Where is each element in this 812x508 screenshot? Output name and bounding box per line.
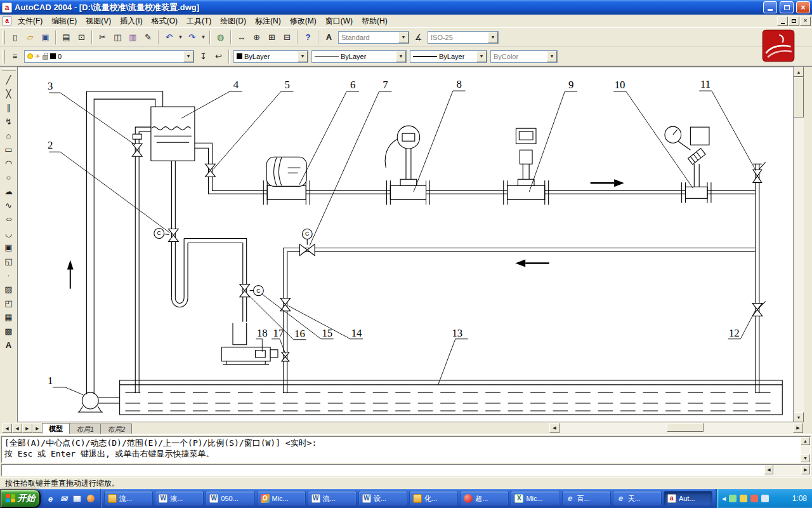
tab-model[interactable]: 模型: [42, 423, 70, 434]
previous-tab-button[interactable]: ◀: [12, 424, 22, 433]
scroll-down-button[interactable]: ▼: [794, 412, 804, 422]
plot-preview-button[interactable]: ⊡: [74, 30, 89, 44]
outlook-icon[interactable]: ✉: [58, 493, 69, 504]
plot-button[interactable]: ▤: [59, 30, 74, 44]
layer-previous-button[interactable]: ↩: [211, 50, 226, 64]
horizontal-scrollbar-track[interactable]: [560, 423, 793, 433]
zoom-window-button[interactable]: ⊞: [265, 30, 279, 44]
restore-button[interactable]: [780, 1, 794, 13]
task-button-active[interactable]: aAut...: [664, 491, 712, 506]
pan-button[interactable]: ↔: [234, 30, 249, 44]
toolbar-grip[interactable]: [2, 30, 5, 44]
rectangle-tool-button[interactable]: ▭: [1, 143, 16, 156]
toolbar-grip[interactable]: [2, 50, 5, 64]
vertical-scrollbar-track[interactable]: [794, 117, 804, 412]
region-tool-button[interactable]: ◰: [1, 297, 16, 310]
menu-view[interactable]: 视图(V): [81, 14, 115, 29]
vertical-scrollbar-thumb[interactable]: [794, 77, 804, 117]
table-tool-button[interactable]: ▦: [1, 311, 16, 324]
redo-button[interactable]: ↷: [185, 30, 199, 44]
copy-button[interactable]: ◫: [110, 30, 125, 44]
task-button[interactable]: e百...: [562, 491, 611, 506]
scroll-left-button[interactable]: ◀: [549, 423, 560, 433]
tray-icon[interactable]: [761, 495, 769, 502]
paste-button[interactable]: ▥: [126, 30, 140, 44]
menu-window[interactable]: 窗口(W): [321, 14, 357, 29]
ellipse-arc-tool-button[interactable]: ◡: [1, 227, 16, 240]
autocad-app-icon[interactable]: a: [2, 3, 12, 13]
scroll-up-button[interactable]: ▲: [801, 437, 810, 445]
show-desktop-icon[interactable]: [72, 493, 82, 504]
task-button[interactable]: W液...: [155, 491, 204, 506]
zoom-realtime-button[interactable]: ⊕: [249, 30, 264, 44]
plotstyle-combo[interactable]: ByColor ▼: [490, 50, 558, 63]
internet-explorer-icon[interactable]: e: [45, 493, 56, 504]
mdi-close-button[interactable]: ×: [800, 17, 811, 26]
lineweight-combo[interactable]: ByLayer ▼: [410, 50, 487, 63]
cut-button[interactable]: ✂: [95, 30, 110, 44]
scroll-up-button[interactable]: ▲: [794, 67, 804, 77]
circle-tool-button[interactable]: ○: [1, 171, 16, 184]
spline-tool-button[interactable]: ∿: [1, 199, 16, 212]
gradient-tool-button[interactable]: ▩: [1, 324, 16, 338]
chevron-down-icon[interactable]: ▼: [183, 51, 193, 62]
layer-on-bulb-icon[interactable]: [27, 53, 33, 59]
menu-format[interactable]: 格式(O): [147, 14, 182, 29]
layer-thaw-sun-icon[interactable]: ☀: [35, 53, 41, 60]
hatch-tool-button[interactable]: ▨: [1, 283, 16, 296]
multiline-text-tool-button[interactable]: A: [1, 338, 16, 352]
chevron-down-icon[interactable]: ▼: [488, 32, 498, 43]
polygon-tool-button[interactable]: ⌂: [1, 129, 16, 142]
menu-edit[interactable]: 编辑(E): [47, 14, 81, 29]
construction-line-tool-button[interactable]: ╳: [1, 87, 16, 100]
multiline-tool-button[interactable]: ∥: [1, 101, 16, 114]
next-tab-button[interactable]: ▶: [22, 424, 32, 433]
toolbar-grip[interactable]: [2, 68, 16, 71]
minimize-button[interactable]: [763, 1, 777, 13]
chevron-down-icon[interactable]: ▼: [398, 32, 409, 43]
make-object-layer-current-button[interactable]: ↧: [196, 50, 211, 64]
horizontal-scrollbar-thumb[interactable]: [667, 423, 704, 432]
task-button[interactable]: W流...: [308, 491, 357, 506]
menu-tools[interactable]: 工具(T): [182, 14, 216, 29]
undo-dropdown-button[interactable]: ▼: [177, 30, 184, 44]
match-properties-button[interactable]: ✎: [141, 30, 155, 44]
save-button[interactable]: ▣: [38, 30, 53, 44]
scroll-right-button[interactable]: ▶: [801, 465, 810, 474]
redo-dropdown-button[interactable]: ▼: [200, 30, 207, 44]
command-scrollbar-track[interactable]: [801, 445, 810, 454]
last-tab-button[interactable]: ▶: [32, 424, 43, 433]
first-tab-button[interactable]: ◀: [2, 424, 12, 433]
mdi-restore-button[interactable]: [789, 17, 799, 26]
tray-icon[interactable]: [740, 495, 747, 502]
make-block-tool-button[interactable]: ◱: [1, 255, 16, 268]
scroll-right-button[interactable]: ▶: [793, 423, 803, 433]
tab-layout2[interactable]: 布局2: [100, 424, 132, 434]
command-input-scrollbar-track[interactable]: [773, 465, 801, 476]
tray-icon[interactable]: [750, 495, 758, 502]
dim-style-combo[interactable]: ISO-25 ▼: [428, 31, 499, 44]
line-tool-button[interactable]: ╱: [1, 73, 16, 86]
polyline-tool-button[interactable]: ↯: [1, 115, 16, 128]
tray-collapse-chevron-icon[interactable]: ◀: [722, 496, 726, 502]
layer-manager-button[interactable]: ≡: [8, 50, 22, 64]
task-button[interactable]: 超...: [460, 491, 509, 506]
start-button[interactable]: 开始: [0, 489, 41, 508]
dim-style-button[interactable]: ∡: [411, 30, 426, 44]
arc-tool-button[interactable]: ◠: [1, 157, 16, 170]
layer-combo[interactable]: ☀ 0 ▼: [24, 50, 194, 63]
menu-dimension[interactable]: 标注(N): [251, 14, 285, 29]
text-style-button[interactable]: A: [322, 30, 336, 44]
tray-icon[interactable]: [729, 495, 737, 502]
insert-block-tool-button[interactable]: ▣: [1, 241, 16, 254]
media-player-icon[interactable]: [85, 493, 96, 504]
task-button[interactable]: OMic...: [257, 491, 306, 506]
drawing-canvas[interactable]: 1 2 3 4 5 6 7 8 9 10 11 12 13 14: [17, 67, 794, 422]
close-button[interactable]: ×: [796, 1, 810, 13]
task-button[interactable]: 化...: [409, 491, 458, 506]
insert-hyperlink-button[interactable]: ◍: [213, 30, 228, 44]
menu-modify[interactable]: 修改(M): [285, 14, 321, 29]
menu-help[interactable]: 帮助(H): [357, 14, 392, 29]
chevron-down-icon[interactable]: ▼: [547, 51, 557, 62]
task-button[interactable]: W设...: [358, 491, 407, 506]
